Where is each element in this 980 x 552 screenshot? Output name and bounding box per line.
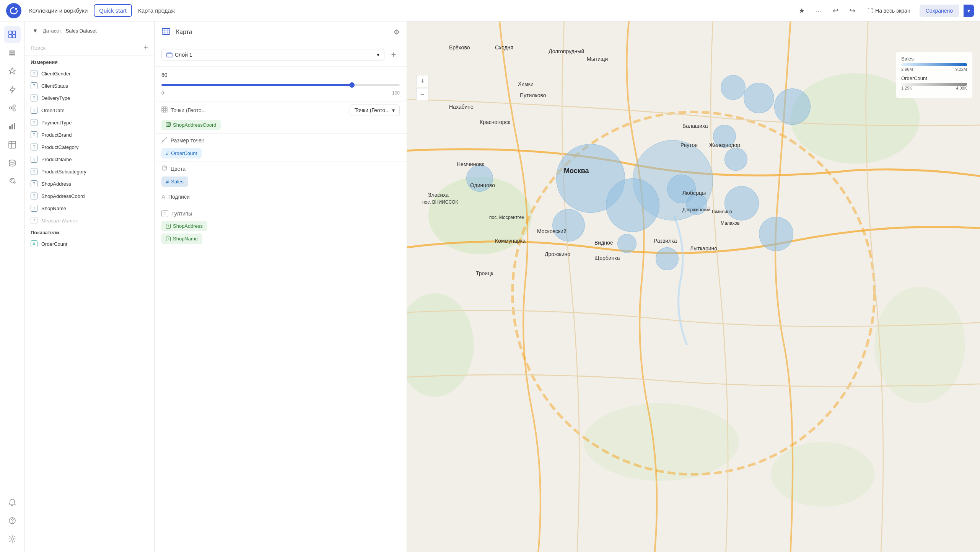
bubble (466, 165, 493, 192)
config-panel: Карта ⚙ Слой 1 ▾ + 80 (155, 21, 407, 552)
field-shopaddress[interactable]: T ShopAddress (24, 178, 154, 190)
layer-label: Слой 1 (175, 52, 192, 58)
shopaddress-tooltip-chip[interactable]: T ShopAddress (161, 221, 207, 231)
fullscreen-button[interactable]: ⛶ На весь экран (863, 5, 915, 16)
chip-label: OrderCount (171, 150, 197, 156)
svg-line-12 (11, 108, 13, 109)
city-brekhovo: Брёхово (449, 44, 470, 51)
city-lubertsy: Люберцы (682, 190, 706, 196)
city-nahabino: Нахабино (449, 104, 474, 110)
field-name: ProductName (41, 157, 72, 162)
app-logo[interactable] (6, 3, 21, 18)
svg-rect-24 (167, 53, 172, 57)
dim-icon: T (31, 156, 37, 163)
field-shopname[interactable]: T ShopName (24, 202, 154, 214)
opacity-section: 80 0 100 (155, 67, 407, 101)
sales-chip[interactable]: # Sales (161, 176, 188, 187)
sidebar-item-connections[interactable] (4, 100, 21, 116)
sidebar-item-help[interactable] (4, 512, 21, 529)
map-zoom-in[interactable]: + (416, 75, 428, 87)
bubble (606, 178, 659, 232)
city-balashiha: Балашиха (682, 123, 708, 129)
map-zoom-out[interactable]: − (416, 88, 428, 100)
city-razvilka: Развилка (654, 238, 677, 244)
svg-rect-25 (162, 107, 167, 112)
save-dropdown-button[interactable]: ▾ (964, 5, 974, 17)
sidebar-item-chart[interactable] (4, 118, 21, 135)
collapse-button[interactable]: ▼ (31, 26, 40, 35)
more-button[interactable]: ⋯ (812, 5, 825, 17)
field-paymenttype[interactable]: T PaymentType (24, 116, 154, 129)
field-clientgender[interactable]: T ClientGender (24, 67, 154, 80)
nav-collections[interactable]: Коллекции и воркбуки (24, 5, 92, 16)
save-button[interactable]: Сохранено (920, 5, 959, 17)
field-productname[interactable]: T ProductName (24, 153, 154, 165)
legend-order-bar (901, 83, 967, 86)
points-dropdown[interactable]: Точки (Гео­то... ▾ (350, 105, 400, 116)
labels-header: A Подписи (161, 193, 400, 200)
main-layout: ▼ Датасет: Sales Dataset + Измерения T C… (0, 21, 980, 552)
field-clientstatus[interactable]: T ClientStatus (24, 80, 154, 92)
field-deliverytype[interactable]: T DeliveryType (24, 92, 154, 104)
config-gear-button[interactable]: ⚙ (394, 28, 400, 36)
undo-button[interactable]: ↩ (829, 5, 842, 17)
legend-sales-range: 2,96M 9,22M (901, 67, 967, 72)
city-vidnoe: Видное (594, 240, 613, 246)
add-field-button[interactable]: + (143, 43, 148, 52)
slider-labels: 0 100 (161, 90, 400, 96)
city-mosrentgen: пос. Мосрентген (489, 215, 524, 220)
dim-icon: T (31, 144, 37, 150)
city-moskva: Москва (564, 167, 589, 175)
bubble (656, 247, 679, 270)
opacity-slider[interactable] (161, 81, 400, 89)
field-ordercount[interactable]: # OrderCount (24, 238, 154, 250)
sidebar-item-settings[interactable] (4, 531, 21, 547)
meas-icon: # (31, 240, 37, 247)
layer-section: Слой 1 ▾ + (155, 43, 407, 67)
svg-rect-15 (14, 123, 15, 129)
dim-italic-icon: T (31, 217, 37, 224)
color-section: Цвета # Sales (155, 162, 407, 190)
sidebar-item-flash[interactable] (4, 81, 21, 98)
chip-icon (166, 122, 171, 128)
shopname-tooltip-chip[interactable]: T ShopName (161, 234, 202, 244)
points-dropdown-arrow: ▾ (392, 107, 395, 113)
sidebar-item-notifications[interactable] (4, 494, 21, 511)
field-measurenames[interactable]: T Measure Names (24, 214, 154, 227)
shopaddresscoord-chip[interactable]: ShopAddressCoord (161, 120, 221, 130)
nav-map[interactable]: Карта продаж (133, 5, 179, 16)
slider-thumb[interactable] (349, 82, 355, 88)
city-malakhov: Малахов (721, 220, 739, 226)
bubble (744, 83, 774, 113)
bubble (774, 88, 811, 125)
nav-quickstart[interactable]: Quick start (94, 4, 132, 17)
star-button[interactable]: ★ (796, 5, 808, 17)
bubble (556, 144, 625, 213)
layer-add-button[interactable]: + (387, 49, 400, 61)
field-productsubcategory[interactable]: T ProductSubcategory (24, 165, 154, 178)
sidebar-item-tools[interactable] (4, 173, 21, 190)
search-input[interactable] (31, 45, 140, 51)
sidebar-item-data[interactable] (4, 155, 21, 171)
redo-button[interactable]: ↪ (846, 5, 858, 17)
svg-point-19 (9, 160, 15, 162)
sidebar-item-list[interactable] (4, 44, 21, 61)
layer-dropdown[interactable]: Слой 1 ▾ (161, 49, 384, 60)
sidebar-item-star[interactable] (4, 63, 21, 80)
field-productcategory[interactable]: T ProductCategory (24, 141, 154, 153)
field-productbrand[interactable]: T ProductBrand (24, 129, 154, 141)
svg-point-9 (13, 105, 15, 107)
ordercount-chip[interactable]: # OrderCount (161, 148, 202, 158)
city-reutov: Реутов (680, 142, 698, 148)
sidebar-item-table[interactable] (4, 136, 21, 153)
svg-rect-1 (9, 31, 12, 34)
city-moskovsky: Московский (537, 228, 567, 234)
sidebar-item-grid[interactable] (4, 26, 21, 43)
field-shopaddresscoord[interactable]: T ShopAddressCoord (24, 190, 154, 202)
city-himki: Химки (518, 81, 534, 87)
bubble (617, 234, 637, 253)
bubble (724, 148, 747, 171)
dim-icon: T (31, 82, 37, 89)
field-orderdate[interactable]: T OrderDate (24, 104, 154, 116)
city-labels-layer: Москва Химки Красногорск Одинцово Мытищи… (407, 21, 980, 552)
